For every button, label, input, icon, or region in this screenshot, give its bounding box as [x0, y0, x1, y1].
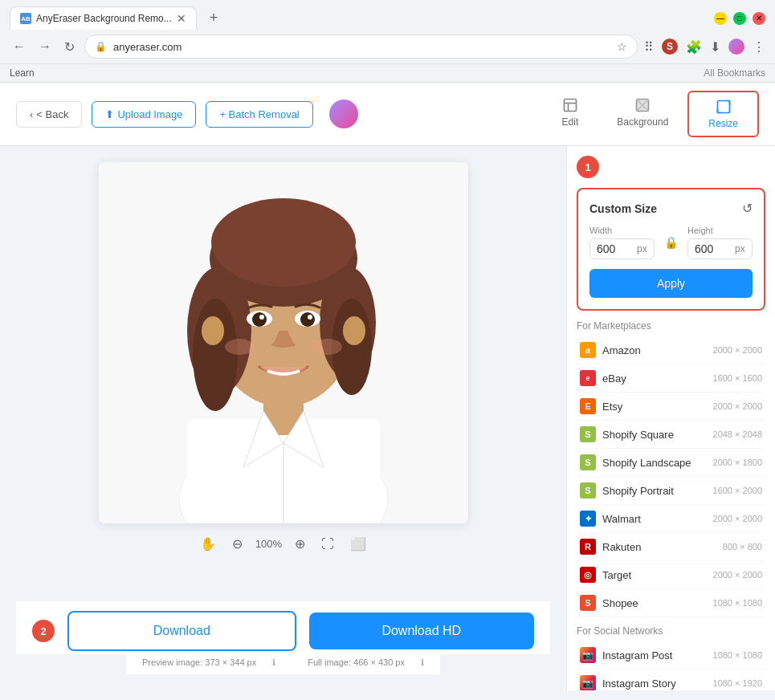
hand-tool-button[interactable]: ✋ [197, 533, 219, 555]
marketplace-size: 2000 × 2000 [713, 514, 762, 523]
height-unit: px [735, 243, 745, 254]
zoom-out-button[interactable]: ⊖ [229, 533, 246, 555]
svg-point-27 [308, 315, 312, 319]
marketplace-size: 1080 × 1920 [713, 678, 762, 688]
user-avatar[interactable] [329, 100, 358, 128]
list-item[interactable]: a Amazon 2000 × 2000 [577, 336, 765, 364]
fit-screen-button[interactable]: ⛶ [318, 534, 337, 555]
profile-icon[interactable] [728, 39, 744, 55]
marketplace-name: Rakuten [602, 541, 723, 553]
marketplace-name: Instagram Post [602, 649, 713, 661]
image-container [99, 162, 468, 523]
width-unit: px [637, 243, 647, 254]
step2-badge: 2 [32, 620, 55, 642]
list-item[interactable]: ◎ Target 2000 × 2000 [577, 561, 765, 589]
marketplace-name: Shopify Portrait [602, 485, 713, 497]
browser-toolbar-icons: ⠿ S 🧩 ⬇ ⋮ [644, 39, 765, 55]
upload-icon: ⬆ [105, 108, 114, 120]
new-tab-button[interactable]: + [203, 6, 225, 30]
list-item[interactable]: S Shopify Landscape 2000 × 1800 [577, 449, 765, 477]
preview-info-icon: ℹ [272, 657, 275, 668]
person-svg [99, 162, 468, 523]
download-hd-button[interactable]: Download HD [309, 612, 535, 649]
tab-background-label: Background [617, 116, 668, 128]
batch-removal-button[interactable]: + Batch Removal [206, 101, 312, 128]
tab-background[interactable]: Background [598, 91, 687, 137]
download-button[interactable]: Download [67, 611, 296, 651]
marketplace-size: 1080 × 1080 [713, 598, 762, 608]
svg-point-17 [211, 198, 356, 287]
full-info: Full image: 466 × 430 px [308, 657, 405, 668]
apply-label: Apply [657, 277, 685, 290]
download-label: Download [153, 624, 210, 637]
list-item[interactable]: R Rakuten 800 × 800 [577, 533, 765, 561]
app-body: ✋ ⊖ 100% ⊕ ⛶ ⬜ 2 Download Download HD [0, 146, 775, 690]
width-input[interactable] [597, 242, 637, 255]
marketplace-name: eBay [602, 372, 713, 385]
custom-size-section: Custom Size ↺ Width px 🔒 Height [577, 188, 765, 311]
marketplace-icon: ✦ [580, 511, 596, 527]
tab-edit[interactable]: Edit [543, 91, 598, 137]
canvas-area: ✋ ⊖ 100% ⊕ ⛶ ⬜ 2 Download Download HD [0, 146, 566, 690]
dimension-inputs: Width px 🔒 Height px [589, 226, 753, 259]
bookmarks-label: All Bookmarks [704, 67, 765, 79]
marketplace-icon: e [580, 370, 596, 386]
download-browser-icon[interactable]: ⬇ [710, 39, 720, 55]
url-text: anyeraser.com [113, 41, 182, 53]
step1-number: 1 [585, 161, 590, 173]
brave-icon[interactable]: S [662, 39, 678, 55]
tool-tabs: Edit Background Resize [543, 91, 759, 137]
lock-icon[interactable]: 🔒 [661, 236, 681, 249]
upload-image-button[interactable]: ⬆ Upload Image [92, 101, 196, 128]
close-button[interactable]: ✕ [753, 12, 765, 25]
maximize-button[interactable]: □ [733, 12, 746, 25]
list-item[interactable]: E Etsy 2000 × 2000 [577, 393, 765, 421]
marketplace-size: 1600 × 2000 [713, 486, 762, 495]
zoom-in-button[interactable]: ⊕ [292, 533, 308, 555]
marketplace-icon: 📷 [580, 675, 596, 690]
list-item[interactable]: ✦ Walmart 2000 × 2000 [577, 505, 765, 533]
tab-title: AnyEraser Background Remo... [36, 13, 172, 24]
tab-favicon: AB [20, 13, 31, 24]
back-button[interactable]: ‹ < Back [16, 101, 82, 128]
marketplace-size: 1600 × 1600 [713, 373, 762, 383]
address-bar[interactable]: 🔒 anyeraser.com ☆ [84, 35, 638, 59]
bookmark-learn[interactable]: Learn [10, 67, 35, 79]
grid-icon[interactable]: ⠿ [644, 39, 654, 55]
width-label: Width [589, 226, 655, 235]
right-panel: 1 Custom Size ↺ Width px 🔒 [566, 146, 775, 690]
reload-button[interactable]: ↻ [61, 36, 78, 58]
marketplace-size: 2000 × 1800 [713, 458, 762, 467]
marketplace-name: Shopee [602, 597, 713, 609]
step1-badge: 1 [577, 156, 599, 178]
bookmark-star-icon[interactable]: ☆ [617, 40, 627, 53]
height-label: Height [687, 226, 753, 235]
list-item[interactable]: 📷 Instagram Story 1080 × 1920 [577, 669, 765, 690]
tab-edit-label: Edit [562, 116, 579, 128]
menu-icon[interactable]: ⋮ [753, 39, 765, 55]
tab-close-button[interactable]: ✕ [177, 12, 186, 25]
back-label: < Back [36, 108, 68, 120]
list-item[interactable]: S Shopify Square 2048 × 2048 [577, 421, 765, 449]
list-item[interactable]: S Shopify Portrait 1600 × 2000 [577, 477, 765, 505]
browser-tab[interactable]: AB AnyEraser Background Remo... ✕ [10, 6, 197, 30]
marketplace-name: Etsy [602, 401, 713, 413]
minimize-button[interactable]: — [714, 12, 727, 25]
marketplace-icon: S [580, 595, 596, 611]
bookmark-label: Learn [10, 67, 35, 79]
forward-nav-button[interactable]: → [35, 36, 55, 57]
reset-button[interactable]: ↺ [742, 201, 753, 216]
height-input[interactable] [695, 242, 735, 255]
tab-resize[interactable]: Resize [687, 91, 759, 137]
apply-button[interactable]: Apply [589, 269, 753, 298]
list-item[interactable]: 📷 Instagram Post 1080 × 1080 [577, 641, 765, 669]
list-item[interactable]: e eBay 1600 × 1600 [577, 364, 765, 393]
list-item[interactable]: S Shopee 1080 × 1080 [577, 589, 765, 617]
extension-icon[interactable]: 🧩 [686, 39, 702, 55]
marketplace-icon: a [580, 342, 596, 358]
image-info-bar: Preview image: 373 × 344 px ℹ Full image… [126, 654, 440, 674]
split-view-button[interactable]: ⬜ [347, 533, 369, 555]
preview-image [99, 162, 468, 523]
marketplace-name: Shopify Square [602, 429, 713, 441]
back-nav-button[interactable]: ← [10, 36, 29, 57]
